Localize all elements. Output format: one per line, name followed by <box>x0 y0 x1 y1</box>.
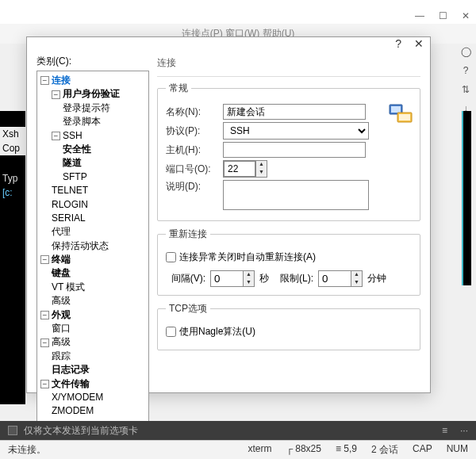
compose-bar: 仅将文本发送到当前选项卡 ≡ ··· <box>0 421 476 440</box>
status-cap: CAP <box>413 443 432 457</box>
terminal-strip <box>462 111 471 285</box>
tree-tunnel[interactable]: 隧道 <box>63 157 82 168</box>
svg-rect-1 <box>391 106 401 113</box>
status-sessions: 2 会话 <box>371 443 398 457</box>
divider <box>157 76 420 77</box>
tree-keepalive[interactable]: 保持活动状态 <box>52 240 109 251</box>
interval-input[interactable] <box>211 271 243 286</box>
tree-ssh[interactable]: SSH <box>63 130 83 141</box>
list-icon[interactable]: ≡ <box>442 425 447 436</box>
spin-down-icon[interactable]: ▼ <box>244 279 254 287</box>
protocol-label: 协议(P): <box>166 124 223 138</box>
tree-vt[interactable]: VT 模式 <box>52 281 85 293</box>
help-icon[interactable]: ? <box>459 65 473 76</box>
tree-serial[interactable]: SERIAL <box>52 212 86 224</box>
maximize-icon[interactable]: ☐ <box>439 10 447 21</box>
host-input[interactable] <box>223 142 366 158</box>
limit-input[interactable] <box>319 271 351 286</box>
dialog-help-icon[interactable]: ? <box>395 37 401 50</box>
name-input[interactable] <box>223 104 366 120</box>
nagle-checkbox[interactable] <box>166 327 176 337</box>
tree-appearance[interactable]: 外观 <box>52 309 71 320</box>
spin-up-icon[interactable]: ▲ <box>244 271 254 279</box>
tree-filetransfer[interactable]: 文件传输 <box>52 378 90 389</box>
panel-heading: 连接 <box>157 55 420 71</box>
limit-label: 限制(L): <box>274 272 313 285</box>
expand-icon[interactable]: − <box>40 76 49 85</box>
transfer-icon[interactable]: ⇅ <box>459 84 473 95</box>
tree-trace[interactable]: 跟踪 <box>52 350 71 361</box>
session-properties-dialog: ? ✕ 类别(C): −连接 −用户身份验证 登录提示符 登录脚本 <box>26 36 431 393</box>
tree-security[interactable]: 安全性 <box>63 143 91 155</box>
tree-telnet[interactable]: TELNET <box>52 185 88 196</box>
status-size: ┌ 88x25 <box>286 443 321 457</box>
tree-zmodem[interactable]: ZMODEM <box>52 405 94 416</box>
port-label: 端口号(O): <box>166 163 223 176</box>
general-legend: 常规 <box>166 82 191 95</box>
nagle-label: 使用Nagle算法(U) <box>179 325 255 339</box>
general-group: 常规 名称(N): 协议(P): SSH <box>157 82 420 221</box>
tree-xymodem[interactable]: X/YMODEM <box>52 392 103 403</box>
tree-proxy[interactable]: 代理 <box>52 226 71 237</box>
minutes-label: 分钟 <box>367 272 386 285</box>
spin-down-icon[interactable]: ▼ <box>256 169 267 177</box>
status-connection: 未连接。 <box>8 443 46 457</box>
interval-label: 间隔(V): <box>166 272 205 285</box>
tree-rlogin[interactable]: RLOGIN <box>52 199 88 210</box>
spin-up-icon[interactable]: ▲ <box>351 271 362 279</box>
status-num: NUM <box>447 443 468 457</box>
expand-icon[interactable]: − <box>40 339 49 347</box>
tree-connection[interactable]: 连接 <box>52 75 71 86</box>
svg-rect-3 <box>399 114 410 120</box>
expand-icon[interactable]: − <box>40 311 49 319</box>
tcp-group: TCP选项 使用Nagle算法(U) <box>157 302 420 350</box>
more-icon[interactable]: ··· <box>460 425 468 436</box>
auto-reconnect-label: 连接异常关闭时自动重新连接(A) <box>179 251 316 264</box>
status-bar: 未连接。 xterm ┌ 88x25 ≡ 5,9 2 会话 CAP NUM <box>0 440 476 459</box>
desc-label: 说明(D): <box>166 180 223 193</box>
tree-logging[interactable]: 日志记录 <box>52 364 90 375</box>
compose-text: 仅将文本发送到当前选项卡 <box>24 424 138 438</box>
dialog-titlebar: ? ✕ <box>27 37 430 50</box>
status-term: xterm <box>248 443 271 457</box>
close-icon[interactable]: ✕ <box>462 10 470 21</box>
seconds-label: 秒 <box>259 272 269 285</box>
name-label: 名称(N): <box>166 105 223 119</box>
minimize-icon[interactable]: — <box>415 10 424 21</box>
tree-sftp[interactable]: SFTP <box>63 171 87 182</box>
right-toolbar: ◯ ? ⇅ ↓ <box>459 46 473 114</box>
reconnect-group: 重新连接 连接异常关闭时自动重新连接(A) 间隔(V): ▲▼ 秒 限制(L): <box>157 228 420 296</box>
host-icon <box>388 101 413 127</box>
tcp-legend: TCP选项 <box>166 302 210 316</box>
tree-advanced[interactable]: 高级 <box>52 336 71 347</box>
tree-keyboard[interactable]: 键盘 <box>52 267 71 278</box>
tree-auth[interactable]: 用户身份验证 <box>63 88 120 99</box>
auto-reconnect-checkbox[interactable] <box>166 252 176 262</box>
compose-checkbox[interactable] <box>8 426 17 435</box>
tree-advanced-t[interactable]: 高级 <box>52 295 71 306</box>
category-tree[interactable]: −连接 −用户身份验证 登录提示符 登录脚本 −SSH 安全性 <box>36 71 149 422</box>
tree-window[interactable]: 窗口 <box>52 323 71 334</box>
protocol-select[interactable]: SSH <box>223 122 369 140</box>
host-label: 主机(H): <box>166 143 223 157</box>
expand-icon[interactable]: − <box>40 380 49 388</box>
left-fragments: Xsh Cop Typ [c: <box>0 111 25 404</box>
interval-stepper[interactable]: ▲▼ <box>210 270 255 287</box>
port-stepper[interactable]: ▲▼ <box>223 160 267 178</box>
status-pos: ≡ 5,9 <box>336 443 357 457</box>
tree-login-script[interactable]: 登录脚本 <box>63 116 101 127</box>
desc-textarea[interactable] <box>223 180 369 210</box>
tree-login-prompt[interactable]: 登录提示符 <box>63 102 110 113</box>
spin-up-icon[interactable]: ▲ <box>256 161 267 169</box>
spin-down-icon[interactable]: ▼ <box>351 279 362 287</box>
expand-icon[interactable]: − <box>52 90 60 99</box>
expand-icon[interactable]: − <box>52 132 60 140</box>
tree-terminal[interactable]: 终端 <box>52 254 71 265</box>
port-input[interactable] <box>224 161 255 177</box>
limit-stepper[interactable]: ▲▼ <box>318 270 363 287</box>
dialog-close-icon[interactable]: ✕ <box>414 37 424 50</box>
category-label: 类别(C): <box>36 55 149 68</box>
expand-icon[interactable]: − <box>40 255 49 264</box>
circle-icon[interactable]: ◯ <box>459 46 473 57</box>
reconnect-legend: 重新连接 <box>166 228 210 241</box>
